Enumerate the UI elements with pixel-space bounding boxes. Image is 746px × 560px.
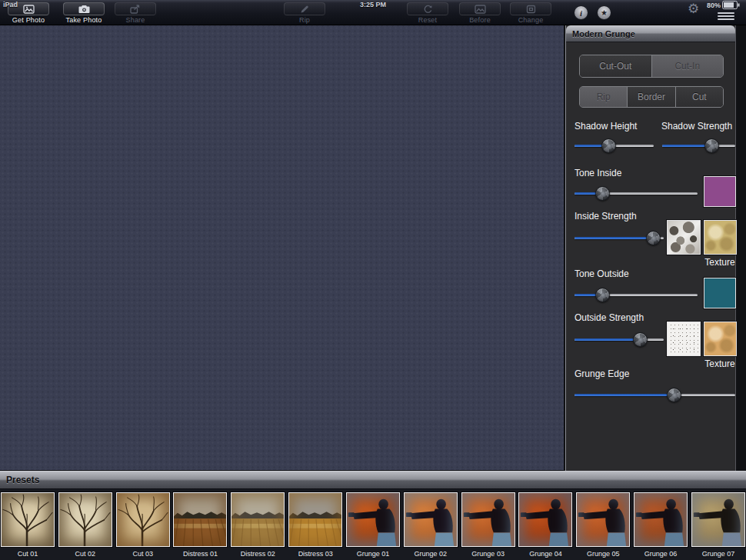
tone-inside-label: Tone Inside <box>574 168 621 178</box>
preset-thumbnail <box>576 492 630 547</box>
outside-strength-slider[interactable] <box>574 332 664 347</box>
inside-strength-slider[interactable] <box>574 231 664 245</box>
border-option[interactable]: Border <box>627 87 674 107</box>
slider-knob[interactable] <box>595 186 610 201</box>
favorites-button[interactable]: ★ <box>597 5 611 20</box>
info-icon: i <box>580 8 582 18</box>
slider-knob[interactable] <box>667 388 681 402</box>
preset-thumbnail <box>518 492 572 547</box>
preset-label: Cut 01 <box>1 550 55 558</box>
preset-item[interactable]: Grunge 02 <box>404 492 458 558</box>
preset-thumbnail <box>231 492 285 547</box>
preset-item[interactable]: Grunge 07 <box>691 492 745 558</box>
info-button[interactable]: i <box>574 5 588 20</box>
panel-title: Modern Grunge <box>572 29 635 38</box>
pencil-icon <box>284 2 325 15</box>
outside-texture-swatch[interactable] <box>704 322 737 356</box>
outside-strength-label: Outside Strength <box>574 312 644 323</box>
presets-strip: Cut 01 <box>1 492 745 558</box>
preset-item[interactable]: Cut 01 <box>1 492 55 558</box>
tone-outside-label: Tone Outside <box>574 268 629 279</box>
tone-outside-slider[interactable] <box>574 288 698 302</box>
share-button[interactable]: Share <box>113 2 158 24</box>
vignette-overlay <box>117 493 169 546</box>
slider-knob[interactable] <box>601 138 616 153</box>
preset-label: Grunge 05 <box>576 550 630 558</box>
take-photo-button[interactable]: Take Photo <box>62 2 106 24</box>
photo-canvas[interactable] <box>0 25 564 471</box>
preset-label: Grunge 03 <box>461 550 515 558</box>
star-icon: ★ <box>601 8 608 17</box>
grunge-edge-slider[interactable] <box>574 388 735 402</box>
preset-label: Grunge 06 <box>634 550 688 558</box>
menu-icon[interactable] <box>718 11 734 22</box>
preset-label: Grunge 02 <box>404 550 458 558</box>
app-screen: Get Photo Take Photo Share Rip Reset <box>0 0 746 560</box>
preset-item[interactable]: Grunge 05 <box>576 492 630 558</box>
change-button[interactable]: Change <box>508 2 553 24</box>
inside-texture-swatch[interactable] <box>704 220 737 255</box>
before-button[interactable]: Before <box>458 2 502 24</box>
tone-inside-swatch[interactable] <box>704 176 736 207</box>
vignette-overlay <box>405 493 457 546</box>
vignette-overlay <box>289 493 341 546</box>
edge-style-toggle: Rip Border Cut <box>579 86 724 108</box>
swap-frame-icon <box>510 2 551 15</box>
preset-label: Cut 02 <box>58 550 112 558</box>
side-panel-area: Modern Grunge Cut-Out Cut-In Rip Border … <box>564 25 746 471</box>
preset-thumbnail <box>58 492 112 547</box>
shadow-height-slider[interactable] <box>574 138 654 153</box>
tone-outside-swatch[interactable] <box>704 278 736 308</box>
preset-item[interactable]: Distress 01 <box>173 492 227 558</box>
camera-icon <box>63 2 105 15</box>
reset-label: Reset <box>405 16 450 24</box>
preset-label: Cut 03 <box>116 550 170 558</box>
preset-item[interactable]: Cut 03 <box>116 492 170 558</box>
preset-label: Distress 01 <box>173 550 227 558</box>
outside-texture-preview[interactable] <box>667 322 701 356</box>
preset-thumbnail <box>116 492 170 547</box>
preset-thumbnail <box>346 492 400 547</box>
shadow-strength-label: Shadow Strength <box>661 121 732 132</box>
preset-item[interactable]: Cut 02 <box>58 492 112 558</box>
vignette-overlay <box>59 493 112 546</box>
image-icon <box>459 2 501 15</box>
inside-texture-caption: Texture <box>702 257 738 268</box>
rip-label: Rip <box>282 16 327 24</box>
slider-knob[interactable] <box>646 231 661 245</box>
slider-knob[interactable] <box>595 288 610 302</box>
rip-button[interactable]: Rip <box>282 2 327 24</box>
preset-item[interactable]: Distress 02 <box>231 492 285 558</box>
inside-texture-preview[interactable] <box>667 220 701 255</box>
presets-title: Presets <box>6 475 39 485</box>
panel-header: Modern Grunge <box>566 25 735 42</box>
vignette-overlay <box>692 493 744 546</box>
cut-in-option[interactable]: Cut-In <box>651 55 724 77</box>
vignette-overlay <box>174 493 226 546</box>
vignette-overlay <box>519 493 571 546</box>
preset-item[interactable]: Grunge 03 <box>461 492 515 558</box>
preset-item[interactable]: Distress 03 <box>288 492 342 558</box>
preset-item[interactable]: Grunge 04 <box>518 492 572 558</box>
preset-label: Grunge 01 <box>346 550 400 558</box>
vignette-overlay <box>231 493 284 546</box>
preset-item[interactable]: Grunge 01 <box>346 492 400 558</box>
share-label: Share <box>113 16 158 24</box>
preset-label: Grunge 07 <box>691 550 745 558</box>
preset-thumbnail <box>1 492 55 547</box>
slider-knob[interactable] <box>633 332 648 347</box>
statusbar-device: iPad <box>3 1 18 8</box>
change-label: Change <box>508 16 553 24</box>
cut-out-option[interactable]: Cut-Out <box>580 55 651 77</box>
rip-option[interactable]: Rip <box>580 87 627 107</box>
statusbar-battery: 80% <box>707 1 740 9</box>
reset-button[interactable]: Reset <box>405 2 450 24</box>
shadow-strength-slider[interactable] <box>662 138 735 153</box>
cut-option[interactable]: Cut <box>675 87 723 107</box>
preset-item[interactable]: Grunge 06 <box>634 492 688 558</box>
tone-inside-slider[interactable] <box>574 186 698 201</box>
slider-knob[interactable] <box>704 138 719 153</box>
settings-gear-icon[interactable]: ⚙ <box>688 2 699 15</box>
statusbar-time: 3:25 PM <box>360 1 386 8</box>
effect-panel: Modern Grunge Cut-Out Cut-In Rip Border … <box>565 25 736 471</box>
